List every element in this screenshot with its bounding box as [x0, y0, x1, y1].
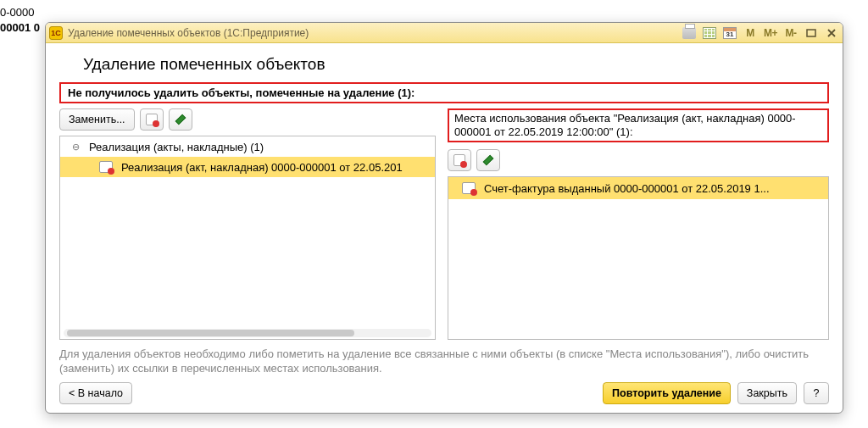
pencil-icon — [175, 114, 186, 125]
list-item[interactable]: Счет-фактура выданный 0000-000001 от 22.… — [448, 177, 828, 199]
app-icon: 1C — [49, 26, 63, 40]
footer: < В начало Повторить удаление Закрыть ? — [59, 382, 829, 404]
close-button[interactable]: Закрыть — [737, 382, 797, 404]
titlebar: 1C Удаление помеченных объектов (1С:Пред… — [46, 23, 843, 43]
right-column: Места использования объекта "Реализация … — [448, 108, 829, 340]
tree-item-label: Реализация (акт, накладная) 0000-000001 … — [121, 161, 403, 174]
mark-delete-icon — [453, 154, 465, 166]
edit-button[interactable] — [476, 149, 500, 171]
tree-item-row[interactable]: Реализация (акт, накладная) 0000-000001 … — [60, 157, 435, 177]
memory-mplus-icon[interactable]: M+ — [763, 25, 778, 41]
left-column: Заменить... ⊖ Реализация (акты, накладны… — [59, 108, 436, 340]
svg-rect-0 — [807, 30, 815, 36]
calendar-icon[interactable]: 31 — [722, 25, 737, 41]
error-heading: Не получилось удалить объекты, помеченны… — [68, 86, 821, 99]
titlebar-controls: 31 M M+ M- — [682, 25, 839, 41]
page-title: Удаление помеченных объектов — [83, 55, 829, 74]
window-title: Удаление помеченных объектов (1С:Предпри… — [68, 27, 309, 39]
tree-group-label: Реализация (акты, накладные) (1) — [89, 141, 264, 153]
bg-line: 0-0000 — [0, 5, 40, 20]
mark-delete-button[interactable] — [140, 108, 164, 131]
right-toolbar — [448, 149, 829, 171]
left-toolbar: Заменить... — [59, 108, 436, 131]
help-button[interactable]: ? — [804, 382, 829, 404]
collapse-icon[interactable]: ⊖ — [70, 142, 81, 153]
maximize-icon[interactable] — [804, 25, 819, 41]
dialog-body: Удаление помеченных объектов Не получило… — [46, 43, 843, 413]
pencil-icon — [482, 154, 494, 166]
dialog-window: 1C Удаление помеченных объектов (1С:Пред… — [45, 22, 843, 414]
memory-mminus-icon[interactable]: M- — [783, 25, 798, 41]
error-heading-box: Не получилось удалить объекты, помеченны… — [59, 82, 829, 103]
mark-delete-icon — [146, 114, 158, 125]
usage-heading: Места использования объекта "Реализация … — [454, 112, 796, 138]
back-button[interactable]: < В начало — [59, 382, 132, 404]
retry-delete-button[interactable]: Повторить удаление — [603, 382, 731, 404]
usage-heading-box: Места использования объекта "Реализация … — [448, 108, 829, 142]
mark-delete-button[interactable] — [448, 149, 471, 171]
document-marked-icon — [99, 161, 113, 173]
memory-m-icon[interactable]: M — [743, 25, 758, 41]
bg-line: 00001 0 — [0, 20, 40, 36]
list-item-label: Счет-фактура выданный 0000-000001 от 22.… — [484, 182, 770, 195]
hint-text: Для удаления объектов необходимо либо по… — [59, 347, 829, 375]
tree-group-row[interactable]: ⊖ Реализация (акты, накладные) (1) — [60, 136, 435, 157]
document-icon — [462, 182, 476, 194]
close-icon[interactable] — [824, 25, 839, 41]
right-list[interactable]: Счет-фактура выданный 0000-000001 от 22.… — [448, 176, 829, 340]
horizontal-scrollbar[interactable] — [64, 329, 431, 337]
scrollbar-thumb[interactable] — [67, 330, 354, 336]
calculator-icon[interactable] — [702, 25, 717, 41]
print-icon[interactable] — [682, 25, 697, 41]
left-list[interactable]: ⊖ Реализация (акты, накладные) (1) Реали… — [59, 136, 436, 340]
replace-button[interactable]: Заменить... — [59, 108, 135, 131]
edit-button[interactable] — [169, 108, 192, 131]
background-text: 0-0000 00001 0 — [0, 5, 40, 36]
